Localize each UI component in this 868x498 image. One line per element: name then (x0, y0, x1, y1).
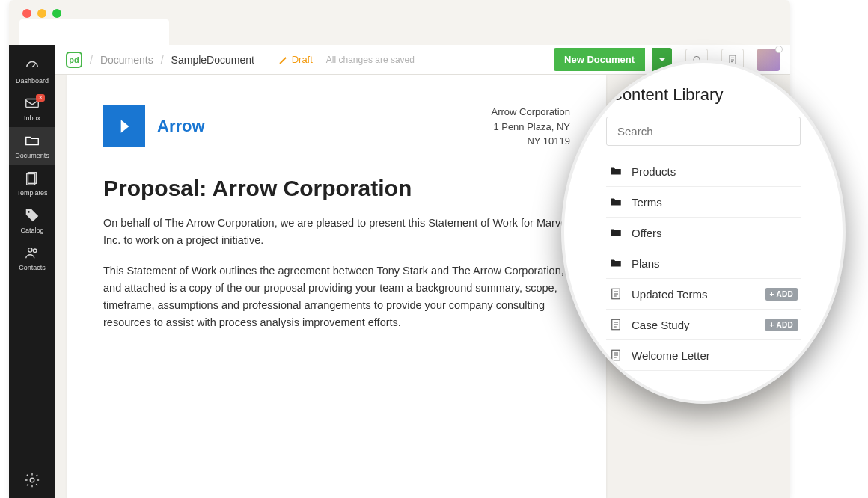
speedometer-icon (24, 58, 40, 74)
avatar-status-dot (775, 46, 783, 53)
sidebar-item-label: Catalog (20, 227, 43, 234)
addr-line: Arrow Corporation (492, 105, 571, 120)
settings-button[interactable] (9, 462, 55, 498)
library-folder-row[interactable]: Terms (606, 187, 801, 218)
sidebar-item-label: Templates (16, 189, 47, 197)
library-item-label: Offers (632, 227, 662, 239)
templates-icon (24, 170, 40, 186)
sidebar-item-dashboard[interactable]: Dashboard (9, 52, 55, 90)
library-item-label: Terms (632, 196, 662, 209)
folder-icon (609, 226, 623, 239)
document-icon (609, 287, 623, 301)
browser-tab[interactable] (19, 19, 169, 45)
crumb-sep: / (161, 54, 164, 66)
library-list: Products Terms Offers Plans Updated Term… (606, 156, 801, 371)
company-address: Arrow Corporation 1 Penn Plaza, NY NY 10… (492, 105, 571, 149)
sidebar-item-contacts[interactable]: Contacts (9, 239, 55, 277)
svg-point-6 (30, 478, 34, 482)
sidebar-item-documents[interactable]: Documents (9, 127, 55, 165)
library-doc-row[interactable]: Updated Terms + ADD (606, 279, 801, 310)
sidebar-item-label: Contacts (19, 264, 46, 271)
app-logo-icon[interactable]: pd (66, 52, 82, 68)
document-page: Arrow Arrow Corporation 1 Penn Plaza, NY… (67, 75, 606, 498)
library-item-label: Case Study (632, 319, 690, 331)
paragraph: On behalf of The Arrow Corporation, we a… (103, 215, 570, 249)
brand-name: Arrow (157, 117, 205, 136)
folder-icon (609, 165, 623, 178)
avatar[interactable] (757, 49, 780, 71)
crumb-current: SampleDocument (171, 54, 254, 66)
arrow-logo-icon (103, 105, 145, 147)
sidebar-item-label: Inbox (24, 114, 40, 122)
add-button[interactable]: + ADD (765, 288, 798, 301)
people-icon (24, 245, 40, 261)
library-doc-row[interactable]: Case Study + ADD (606, 310, 801, 340)
brand-block: Arrow (103, 105, 205, 147)
document-icon (609, 348, 623, 362)
sidebar: Dashboard 3 Inbox Documents Templates Ca… (9, 45, 55, 498)
new-document-button[interactable]: New Document (554, 48, 645, 71)
document-title: Proposal: Arrow Corporation (103, 176, 570, 201)
sidebar-item-catalog[interactable]: Catalog (9, 202, 55, 239)
addr-line: 1 Penn Plaza, NY (492, 120, 571, 135)
chevron-down-icon (658, 56, 666, 64)
maximize-window-icon[interactable] (52, 9, 61, 18)
close-window-icon[interactable] (22, 9, 31, 18)
sidebar-item-label: Dashboard (16, 77, 49, 84)
sidebar-item-templates[interactable]: Templates (9, 165, 55, 202)
folder-icon (24, 132, 40, 149)
sidebar-item-label: Documents (15, 152, 49, 159)
window-controls (22, 9, 61, 18)
status-draft: Draft (278, 54, 313, 65)
inbox-badge: 3 (36, 94, 45, 102)
addr-line: NY 10119 (492, 134, 571, 149)
folder-icon (609, 195, 623, 209)
minimize-window-icon[interactable] (37, 9, 46, 18)
crumb-dash: – (262, 54, 268, 66)
svg-point-5 (33, 249, 37, 253)
svg-point-4 (28, 248, 33, 253)
content-library-title: Content Library (611, 85, 801, 105)
folder-icon (609, 256, 623, 270)
save-status: All changes are saved (326, 55, 415, 65)
sidebar-item-inbox[interactable]: 3 Inbox (9, 90, 55, 127)
gear-icon (24, 472, 40, 488)
library-item-label: Products (632, 165, 676, 178)
crumb-documents[interactable]: Documents (100, 54, 153, 66)
library-folder-row[interactable]: Offers (606, 218, 801, 248)
library-folder-row[interactable]: Products (606, 156, 801, 187)
svg-point-3 (28, 211, 30, 213)
library-item-label: Updated Terms (632, 288, 707, 301)
add-button[interactable]: + ADD (765, 319, 798, 331)
library-doc-row[interactable]: Welcome Letter (606, 340, 801, 371)
document-icon (609, 318, 623, 331)
library-folder-row[interactable]: Plans (606, 248, 801, 279)
paragraph: This Statement of Work outlines the agre… (103, 262, 570, 332)
content-library-lens: Content Library Products Terms Offers Pl… (561, 60, 846, 404)
content-library-search-input[interactable] (606, 117, 801, 146)
pencil-icon (278, 55, 289, 65)
crumb-sep: / (90, 54, 93, 66)
library-item-label: Welcome Letter (632, 349, 710, 362)
status-label: Draft (292, 54, 313, 65)
tag-icon (24, 207, 40, 224)
library-item-label: Plans (632, 257, 660, 270)
